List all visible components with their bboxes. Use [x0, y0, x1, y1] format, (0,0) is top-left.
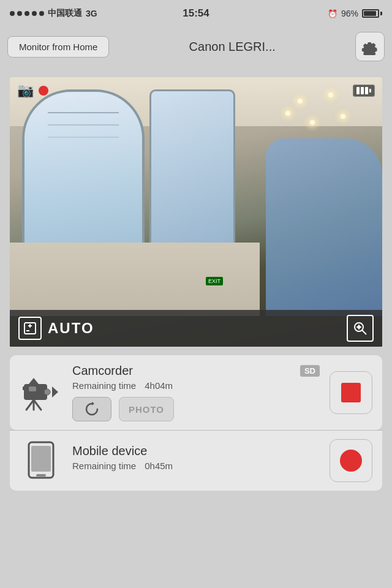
svg-point-16 — [44, 389, 50, 395]
refresh-button[interactable] — [72, 397, 111, 421]
svg-marker-18 — [92, 402, 94, 405]
carrier-label: 中国联通 — [48, 8, 82, 19]
camcorder-remaining-time: 4h04m — [145, 380, 173, 391]
refresh-icon — [84, 401, 100, 417]
camera-recording-icon: 📷 — [17, 83, 34, 99]
mode-label: AUTO — [48, 320, 94, 337]
ceiling-light-4 — [310, 120, 315, 125]
camcorder-controls: PHOTO — [72, 397, 320, 421]
mobile-remaining-time: 0h45m — [145, 461, 173, 471]
record-icon — [340, 450, 362, 472]
exposure-control[interactable]: AUTO — [18, 317, 94, 340]
mobile-info: Mobile device Remaining time 0h45m — [72, 444, 320, 477]
battery-bar-3 — [365, 87, 368, 94]
exit-sign: EXIT — [206, 277, 223, 285]
ceiling-light-3 — [341, 114, 345, 119]
svg-rect-9 — [24, 384, 47, 400]
mobile-remaining-row: Remaining time 0h45m — [72, 461, 320, 471]
alarm-icon: ⏰ — [328, 9, 337, 18]
zoom-button[interactable] — [347, 315, 374, 342]
mobile-remaining-label: Remaining time — [72, 461, 136, 471]
exposure-icon — [18, 317, 42, 340]
camcorder-remaining-label: Remaining time — [72, 380, 136, 391]
signal-dot-1 — [10, 11, 15, 16]
person-silhouette — [266, 138, 382, 316]
video-bottom-bar: AUTO — [10, 310, 382, 347]
video-scene: EXIT — [10, 77, 382, 347]
camcorder-battery-indicator — [353, 85, 375, 97]
battery-bar-1 — [356, 87, 360, 94]
stop-icon — [341, 383, 361, 402]
svg-rect-10 — [23, 386, 28, 390]
svg-rect-11 — [29, 386, 36, 391]
svg-rect-21 — [36, 474, 46, 477]
mobile-icon-area — [20, 441, 62, 480]
status-bar: 中国联通 3G 15:54 ⏰ 96% — [0, 0, 392, 27]
status-left: 中国联通 3G — [10, 8, 97, 19]
rec-indicators: 📷 — [17, 83, 48, 99]
camcorder-section: Camcorder SD Remaining time 4h04m PHOTO — [10, 355, 382, 430]
page-title: Canon LEGRI... — [116, 40, 348, 54]
sd-badge: SD — [300, 365, 320, 377]
ceiling-light-5 — [285, 111, 290, 116]
signal-dots — [10, 11, 44, 16]
video-overlay-top: 📷 — [10, 77, 382, 104]
gear-icon — [361, 38, 379, 55]
zoom-icon-svg — [352, 320, 369, 337]
mobile-header: Mobile device — [72, 444, 320, 458]
photo-button[interactable]: PHOTO — [119, 397, 174, 421]
battery-percent: 96% — [341, 9, 358, 18]
signal-dot-2 — [17, 11, 22, 16]
svg-marker-17 — [52, 386, 58, 398]
camcorder-remaining-row: Remaining time 4h04m — [72, 380, 320, 391]
camcorder-icon — [21, 373, 61, 412]
svg-line-8 — [362, 330, 366, 334]
camcorder-header: Camcorder SD — [72, 364, 320, 378]
mobile-section: Mobile device Remaining time 0h45m — [10, 431, 382, 491]
svg-line-14 — [34, 400, 41, 410]
nav-bar: Monitor from Home Canon LEGRI... — [0, 27, 392, 66]
record-button[interactable] — [330, 439, 372, 482]
status-time: 15:54 — [183, 7, 209, 20]
back-button[interactable]: Monitor from Home — [7, 36, 109, 58]
video-container: 📷 EXIT — [10, 77, 382, 347]
camcorder-name: Camcorder — [72, 364, 133, 378]
signal-dot-5 — [39, 11, 44, 16]
battery-tip-small — [369, 89, 371, 92]
signal-dot-4 — [32, 11, 37, 16]
svg-marker-15 — [29, 378, 39, 384]
signal-dot-3 — [24, 11, 29, 16]
camcorder-icon-area — [20, 373, 62, 412]
exposure-svg — [23, 322, 37, 335]
settings-button[interactable] — [355, 32, 385, 61]
mobile-name: Mobile device — [72, 444, 147, 458]
network-label: 3G — [86, 9, 97, 18]
mobile-icon — [26, 441, 56, 480]
status-right: ⏰ 96% — [328, 9, 382, 18]
rec-dot — [39, 86, 48, 96]
svg-rect-20 — [31, 446, 51, 472]
battery-icon — [362, 9, 382, 18]
svg-line-12 — [26, 400, 34, 410]
battery-bar-2 — [361, 87, 364, 94]
stop-button[interactable] — [330, 371, 372, 414]
camcorder-info: Camcorder SD Remaining time 4h04m PHOTO — [72, 364, 320, 421]
